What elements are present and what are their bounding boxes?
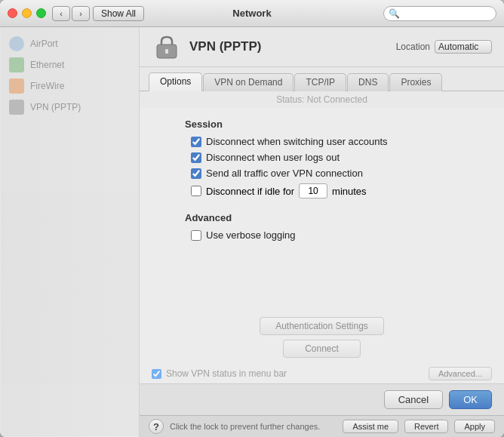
tab-vpn-on-demand[interactable]: VPN on Demand bbox=[203, 73, 293, 91]
disconnect-logout-checkbox[interactable] bbox=[191, 152, 201, 163]
disconnect-idle-label: Disconnect if idle for bbox=[206, 186, 294, 197]
show-vpn-row: Show VPN status in menu bar Advanced... bbox=[140, 364, 504, 383]
show-all-button[interactable]: Show All bbox=[93, 6, 144, 21]
disconnect-switch-checkbox[interactable] bbox=[191, 137, 201, 147]
vpn-icon bbox=[152, 32, 182, 62]
close-button[interactable] bbox=[8, 8, 17, 18]
network-window: ‹ › Show All Network 🔍 AirPort Ethernet … bbox=[0, 0, 504, 437]
search-icon: 🔍 bbox=[389, 8, 400, 19]
session-label: Session bbox=[185, 118, 492, 130]
traffic-lights bbox=[8, 8, 46, 18]
verbose-logging-row: Use verbose logging bbox=[185, 229, 492, 241]
sidebar: AirPort Ethernet FireWire VPN (PPTP) bbox=[0, 27, 140, 437]
sidebar-item-vpn: VPN (PPTP) bbox=[0, 97, 139, 118]
vpn-header: VPN (PPTP) Location Automatic bbox=[140, 27, 504, 67]
right-panel: VPN (PPTP) Location Automatic Options VP… bbox=[140, 27, 504, 437]
idle-minutes-input[interactable]: 10 bbox=[299, 183, 327, 198]
location-row: Location Automatic bbox=[396, 40, 492, 54]
tab-bar: Options VPN on Demand TCP/IP DNS Proxies bbox=[140, 67, 504, 91]
idle-suffix: minutes bbox=[332, 186, 367, 197]
content-body: Status: Not Connected Session Disconnect… bbox=[140, 91, 504, 383]
location-select[interactable]: Automatic bbox=[435, 40, 492, 54]
show-vpn-status-label: Show VPN status in menu bar bbox=[166, 368, 287, 379]
location-label: Location bbox=[396, 42, 430, 52]
assist-me-button[interactable]: Assist me bbox=[343, 420, 398, 433]
disconnect-logout-label[interactable]: Disconnect when user logs out bbox=[191, 152, 340, 163]
status-text: Status: Not Connected bbox=[276, 94, 367, 105]
bottom-bar: ? Click the lock to prevent further chan… bbox=[140, 415, 504, 437]
minimize-button[interactable] bbox=[22, 8, 32, 18]
lock-text: Click the lock to prevent further change… bbox=[170, 422, 337, 431]
send-all-traffic-checkbox[interactable] bbox=[191, 168, 201, 179]
titlebar: ‹ › Show All Network 🔍 bbox=[0, 0, 504, 27]
ok-button[interactable]: OK bbox=[449, 390, 492, 409]
auth-settings-button[interactable]: Authentication Settings bbox=[260, 317, 384, 335]
help-button[interactable]: ? bbox=[149, 419, 164, 434]
advanced-label: Advanced bbox=[185, 212, 492, 223]
verbose-logging-label[interactable]: Use verbose logging bbox=[191, 229, 296, 241]
verbose-logging-checkbox[interactable] bbox=[191, 230, 201, 241]
dialog-buttons: Cancel OK bbox=[140, 383, 504, 415]
nav-buttons: ‹ › bbox=[52, 6, 90, 21]
disconnect-switch-row: Disconnect when switching user accounts bbox=[185, 136, 492, 147]
back-button[interactable]: ‹ bbox=[52, 6, 70, 21]
cancel-button[interactable]: Cancel bbox=[384, 390, 443, 409]
forward-button[interactable]: › bbox=[72, 6, 90, 21]
revert-button[interactable]: Revert bbox=[404, 420, 448, 433]
tab-options[interactable]: Options bbox=[149, 72, 202, 91]
status-strip: Status: Not Connected bbox=[140, 91, 504, 108]
connect-area: Authentication Settings Connect bbox=[140, 317, 504, 364]
send-all-traffic-row: Send all traffic over VPN connection bbox=[185, 168, 492, 179]
disconnect-idle-checkbox[interactable] bbox=[191, 186, 201, 196]
send-all-traffic-label[interactable]: Send all traffic over VPN connection bbox=[191, 168, 363, 179]
sidebar-item-firewire: FireWire bbox=[0, 75, 139, 97]
disconnect-idle-row: Disconnect if idle for 10 minutes bbox=[185, 183, 492, 198]
connect-button[interactable]: Connect bbox=[283, 340, 361, 358]
search-input[interactable] bbox=[403, 8, 491, 19]
disconnect-switch-label[interactable]: Disconnect when switching user accounts bbox=[191, 136, 388, 147]
sidebar-item-ethernet: Ethernet bbox=[0, 54, 139, 75]
show-vpn-status-checkbox[interactable] bbox=[152, 369, 161, 379]
search-box: 🔍 bbox=[383, 6, 496, 21]
tab-proxies[interactable]: Proxies bbox=[389, 73, 442, 91]
maximize-button[interactable] bbox=[36, 8, 46, 18]
vpn-title: VPN (PPTP) bbox=[189, 39, 261, 54]
window-title: Network bbox=[232, 8, 271, 19]
options-panel: Session Disconnect when switching user a… bbox=[140, 108, 504, 317]
svg-rect-1 bbox=[165, 49, 168, 54]
disconnect-logout-row: Disconnect when user logs out bbox=[185, 152, 492, 163]
apply-button[interactable]: Apply bbox=[454, 420, 495, 433]
advanced-button[interactable]: Advanced... bbox=[429, 367, 492, 380]
tab-tcp-ip[interactable]: TCP/IP bbox=[294, 73, 346, 91]
sidebar-item-airport: AirPort bbox=[0, 33, 139, 54]
tab-dns[interactable]: DNS bbox=[347, 73, 389, 91]
